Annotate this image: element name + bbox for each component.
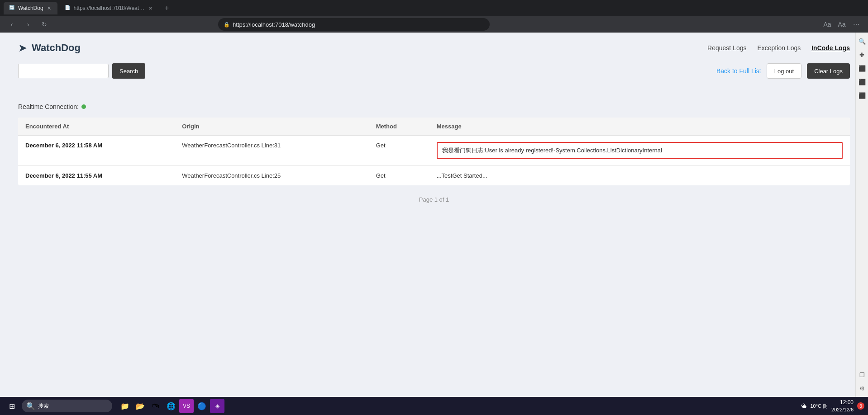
- sidebar-window-icon[interactable]: ❐: [857, 370, 867, 380]
- taskbar-temp: 10°C 阴: [810, 403, 828, 410]
- taskbar-search-icon: 🔍: [26, 402, 35, 410]
- browser-menu-button[interactable]: ⋯: [850, 18, 863, 31]
- pagination-text: Page 1 of 1: [419, 196, 449, 203]
- sidebar-red-icon[interactable]: ⬛: [857, 63, 867, 73]
- right-sidebar: 🔍 ✚ ⬛ ⬛ ⬛ ❐ ⚙: [855, 33, 868, 397]
- tab-bar: 🔄 WatchDog ✕ 📄 https://localhost:7018/We…: [0, 0, 868, 16]
- taskbar-app-purple[interactable]: ◈: [210, 399, 224, 413]
- header: ➤ WatchDog Request Logs Exception Logs I…: [18, 42, 850, 54]
- sidebar-blue-icon[interactable]: ⬛: [857, 77, 867, 87]
- tab-label-watchdog: WatchDog: [18, 5, 43, 11]
- table-body: December 6, 2022 11:58 AM WeatherForecas…: [18, 136, 850, 186]
- realtime-status: Realtime Connection:: [18, 103, 850, 110]
- taskbar-apps: 📁 📂 🛍 🌐 VS 🔵 ◈: [118, 399, 224, 413]
- tab-watchdog[interactable]: 🔄 WatchDog ✕: [4, 2, 57, 14]
- tab-favicon-weather: 📄: [65, 5, 71, 11]
- taskbar-right: 🌥 10°C 阴 12:00 2022/12/6 3: [801, 399, 864, 413]
- clear-logs-button[interactable]: Clear Logs: [807, 63, 850, 79]
- col-origin: Origin: [175, 118, 368, 136]
- page-content: ➤ WatchDog Request Logs Exception Logs I…: [0, 33, 868, 415]
- log-table: Encountered At Origin Method Message Dec…: [18, 118, 850, 185]
- taskbar-clock: 12:00 2022/12/6: [831, 399, 854, 413]
- nav-links: Request Logs Exception Logs InCode Logs: [707, 44, 850, 52]
- col-encountered-at: Encountered At: [18, 118, 175, 136]
- search-input[interactable]: [18, 64, 109, 78]
- address-bar: ‹ › ↻ 🔒 https://localhost:7018/watchdog …: [0, 16, 868, 33]
- sidebar-search-icon[interactable]: 🔍: [857, 36, 867, 46]
- forward-button[interactable]: ›: [22, 18, 34, 31]
- row2-origin: WeatherForecastController.cs Line:25: [175, 166, 368, 186]
- start-button[interactable]: ⊞: [4, 400, 20, 412]
- row1-origin: WeatherForecastController.cs Line:31: [175, 136, 368, 166]
- col-method: Method: [369, 118, 429, 136]
- clock-date: 2022/12/6: [831, 406, 854, 413]
- lock-icon: 🔒: [224, 22, 230, 28]
- logo-area: ➤ WatchDog: [18, 42, 81, 54]
- row1-method: Get: [369, 136, 429, 166]
- url-text: https://localhost:7018/watchdog: [233, 21, 315, 28]
- sidebar-settings-icon[interactable]: ⚙: [857, 383, 867, 393]
- new-tab-button[interactable]: +: [161, 2, 173, 14]
- logout-button[interactable]: Log out: [767, 63, 801, 79]
- logo-text: WatchDog: [32, 42, 81, 54]
- row2-message: ...TestGet Started...: [429, 166, 850, 186]
- read-mode-button[interactable]: Aa: [821, 18, 834, 31]
- nav-request-logs[interactable]: Request Logs: [707, 44, 746, 52]
- clock-time: 12:00: [831, 399, 854, 406]
- taskbar-search-bar[interactable]: 🔍 搜索: [22, 400, 112, 412]
- row2-encountered-at: December 6, 2022 11:55 AM: [18, 166, 175, 186]
- pagination: Page 1 of 1: [18, 185, 850, 214]
- url-bar[interactable]: 🔒 https://localhost:7018/watchdog: [218, 18, 490, 31]
- sidebar-plus-icon[interactable]: ✚: [857, 50, 867, 60]
- col-message: Message: [429, 118, 850, 136]
- taskbar: ⊞ 🔍 搜索 📁 📂 🛍 🌐 VS 🔵 ◈ 🌥 10°C 阴 12:00 202…: [0, 397, 868, 415]
- tab-weather[interactable]: 📄 https://localhost:7018/Weatherf ✕: [59, 2, 159, 14]
- back-button[interactable]: ‹: [5, 18, 18, 31]
- search-button[interactable]: Search: [112, 63, 145, 79]
- logo-icon: ➤: [18, 42, 27, 54]
- realtime-label: Realtime Connection:: [18, 103, 79, 110]
- tab-close-weather[interactable]: ✕: [148, 5, 153, 12]
- table-row[interactable]: December 6, 2022 11:58 AM WeatherForecas…: [18, 136, 850, 166]
- controls-row: Search Back to Full List Log out Clear L…: [18, 63, 850, 92]
- taskbar-search-text: 搜索: [38, 402, 49, 410]
- action-row: Back to Full List Log out Clear Logs: [716, 63, 850, 79]
- taskbar-file-explorer[interactable]: 📁: [118, 399, 132, 413]
- notification-badge[interactable]: 3: [857, 402, 864, 410]
- immersive-reader-button[interactable]: Aa: [835, 18, 848, 31]
- taskbar-folder[interactable]: 📂: [133, 399, 148, 413]
- row2-method: Get: [369, 166, 429, 186]
- refresh-button[interactable]: ↻: [38, 18, 51, 31]
- tab-favicon-watchdog: 🔄: [9, 5, 15, 11]
- status-dot: [81, 104, 86, 109]
- taskbar-store[interactable]: 🛍: [148, 399, 163, 413]
- browser-chrome: 🔄 WatchDog ✕ 📄 https://localhost:7018/We…: [0, 0, 868, 33]
- search-area: Search: [18, 63, 145, 79]
- table-row[interactable]: December 6, 2022 11:55 AM WeatherForecas…: [18, 166, 850, 186]
- row1-message: 我是看门狗日志:User is already registered!-Syst…: [429, 136, 850, 166]
- nav-exception-logs[interactable]: Exception Logs: [757, 44, 801, 52]
- taskbar-weather-icon: 🌥: [801, 403, 806, 409]
- nav-incode-logs[interactable]: InCode Logs: [811, 44, 850, 52]
- table-header: Encountered At Origin Method Message: [18, 118, 850, 136]
- taskbar-dev[interactable]: VS: [179, 399, 194, 413]
- tab-close-watchdog[interactable]: ✕: [46, 5, 52, 12]
- browser-actions: Aa Aa ⋯: [821, 18, 863, 31]
- sidebar-teal-icon[interactable]: ⬛: [857, 90, 867, 100]
- taskbar-chrome[interactable]: 🔵: [195, 399, 209, 413]
- taskbar-edge[interactable]: 🌐: [164, 399, 178, 413]
- back-to-full-list-link[interactable]: Back to Full List: [716, 67, 761, 75]
- highlighted-message: 我是看门狗日志:User is already registered!-Syst…: [437, 142, 843, 159]
- tab-label-weather: https://localhost:7018/Weatherf: [74, 5, 145, 11]
- row1-encountered-at: December 6, 2022 11:58 AM: [18, 136, 175, 166]
- windows-logo-icon: ⊞: [9, 402, 15, 410]
